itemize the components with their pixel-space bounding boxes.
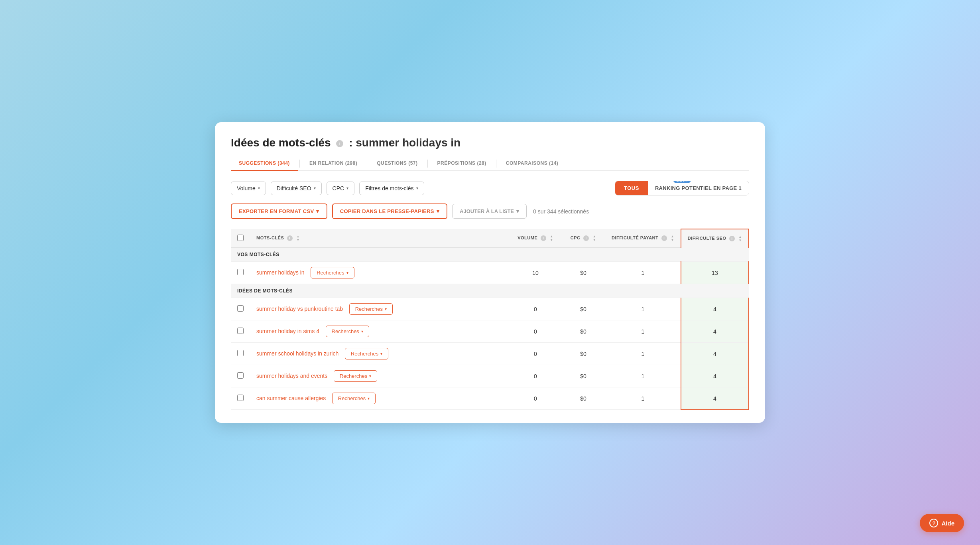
row-checkbox[interactable] (237, 395, 244, 401)
row-diff-seo: 4 (681, 298, 749, 320)
row-checkbox[interactable] (237, 328, 244, 334)
row-checkbox-cell (231, 262, 250, 284)
row-checkbox[interactable] (237, 305, 244, 312)
recherches-button[interactable]: Recherches ▾ (349, 303, 393, 315)
row-diff-seo: 4 (681, 343, 749, 365)
recherches-button[interactable]: Recherches ▾ (334, 370, 377, 382)
keyword-link[interactable]: summer school holidays in zurich (256, 350, 338, 357)
keyword-link[interactable]: summer holiday vs punkroutine tab (256, 306, 343, 312)
th-cpc-sort[interactable]: ▲▼ (593, 235, 596, 242)
title-info-icon[interactable]: i (336, 140, 343, 147)
table-header-row: MOTS-CLÉS i ▲▼ VOLUME i ▲▼ CPC i ▲▼ DIFF… (231, 229, 749, 248)
export-csv-button[interactable]: EXPORTER EN FORMAT CSV ▾ (231, 203, 327, 219)
filter-difficulte-seo-chevron: ▾ (314, 186, 316, 190)
recherches-button[interactable]: Recherches ▾ (345, 348, 388, 359)
row-volume: 0 (510, 320, 561, 343)
th-mots-cles-label: MOTS-CLÉS (256, 235, 284, 240)
th-cpc: CPC i ▲▼ (561, 229, 605, 248)
recherches-button[interactable]: Recherches ▾ (332, 393, 376, 404)
filter-mots-cles-chevron: ▾ (416, 186, 418, 190)
tab-prepositions[interactable]: PRÉPOSITIONS (28) (429, 156, 494, 171)
tous-button[interactable]: TOUS (615, 181, 648, 195)
row-keyword: summer holidays and events Recherches ▾ (250, 365, 510, 387)
recherches-chevron-icon: ▾ (368, 396, 370, 401)
tab-suggestions[interactable]: SUGGESTIONS (344) (231, 156, 298, 171)
th-volume-label: VOLUME (518, 235, 537, 240)
help-button[interactable]: ? Aide (920, 514, 964, 532)
tabs-bar: SUGGESTIONS (344) EN RELATION (298) QUES… (231, 156, 749, 171)
copy-chevron-icon: ▾ (437, 208, 439, 214)
recherches-chevron-icon: ▾ (385, 307, 387, 311)
row-keyword: summer school holidays in zurich Recherc… (250, 343, 510, 365)
filter-cpc-label: CPC (333, 185, 344, 192)
th-difficulte-seo-info-icon[interactable]: i (729, 236, 735, 241)
section-header-1: IDÉES DE MOTS-CLÉS (231, 284, 749, 298)
recherches-chevron-icon: ▾ (380, 351, 382, 356)
th-difficulte-seo-sort[interactable]: ▲▼ (739, 235, 742, 242)
th-mots-cles: MOTS-CLÉS i ▲▼ (250, 229, 510, 248)
add-list-button[interactable]: AJOUTER À LA LISTE ▾ (452, 204, 527, 219)
row-volume: 0 (510, 387, 561, 410)
filters-row: Volume ▾ Difficulté SEO ▾ CPC ▾ Filtres … (231, 181, 749, 195)
selected-count: 0 sur 344 sélectionnés (533, 208, 589, 215)
tab-comparaisons[interactable]: COMPARAISONS (14) (498, 156, 567, 171)
row-checkbox[interactable] (237, 269, 244, 275)
actions-row: EXPORTER EN FORMAT CSV ▾ COPIER DANS LE … (231, 203, 749, 219)
keyword-link[interactable]: can summer cause allergies (256, 395, 326, 401)
th-cpc-info-icon[interactable]: i (583, 235, 589, 241)
row-checkbox-cell (231, 365, 250, 387)
filter-mots-cles[interactable]: Filtres de mots-clés ▾ (359, 182, 424, 195)
th-cpc-label: CPC (571, 235, 581, 240)
table-row: summer holiday vs punkroutine tab Recher… (231, 298, 749, 320)
th-volume-info-icon[interactable]: i (541, 235, 546, 241)
row-volume: 10 (510, 262, 561, 284)
th-checkbox (231, 229, 250, 248)
filter-volume[interactable]: Volume ▾ (231, 182, 266, 195)
keyword-link[interactable]: summer holiday in sims 4 (256, 328, 319, 334)
row-cpc: $0 (561, 320, 605, 343)
export-chevron-icon: ▾ (316, 208, 319, 214)
recherches-button[interactable]: Recherches ▾ (326, 326, 369, 337)
copy-clipboard-label: COPIER DANS LE PRESSE-PAPIERS (340, 208, 434, 214)
row-cpc: $0 (561, 343, 605, 365)
row-checkbox[interactable] (237, 350, 244, 356)
row-keyword: can summer cause allergies Recherches ▾ (250, 387, 510, 410)
th-difficulte-seo: DIFFICULTÉ SEO i ▲▼ (681, 229, 749, 248)
th-mots-cles-sort[interactable]: ▲▼ (296, 235, 299, 242)
section-header-label: IDÉES DE MOTS-CLÉS (231, 284, 749, 298)
recherches-chevron-icon: ▾ (369, 374, 371, 378)
beta-tous-group: BETA TOUS RANKING POTENTIEL EN PAGE 1 (615, 181, 749, 195)
tab-en-relation[interactable]: EN RELATION (298) (301, 156, 365, 171)
section-header-0: VOS MOTS-CLÉS (231, 248, 749, 262)
keyword-link[interactable]: summer holidays in (256, 269, 305, 276)
th-difficulte-payant-sort[interactable]: ▲▼ (671, 235, 674, 242)
th-difficulte-payant: DIFFICULTÉ PAYANT i ▲▼ (605, 229, 681, 248)
row-cpc: $0 (561, 365, 605, 387)
th-difficulte-payant-info-icon[interactable]: i (661, 235, 667, 241)
title-keyword: summer holidays in (356, 136, 460, 149)
filter-difficulte-seo-label: Difficulté SEO (277, 185, 311, 192)
recherches-button[interactable]: Recherches ▾ (311, 267, 354, 278)
th-mots-cles-info-icon[interactable]: i (287, 235, 293, 241)
ranking-button[interactable]: RANKING POTENTIEL EN PAGE 1 (648, 181, 749, 195)
section-header-label: VOS MOTS-CLÉS (231, 248, 749, 262)
tab-questions[interactable]: QUESTIONS (57) (369, 156, 425, 171)
recherches-chevron-icon: ▾ (361, 329, 363, 334)
filter-cpc[interactable]: CPC ▾ (327, 182, 355, 195)
row-diff-seo: 4 (681, 387, 749, 410)
main-card: Idées de mots-clés i : summer holidays i… (215, 122, 765, 423)
th-volume-sort[interactable]: ▲▼ (550, 235, 553, 242)
tab-divider-1 (299, 160, 300, 168)
row-checkbox[interactable] (237, 372, 244, 379)
row-diff-pay: 1 (605, 262, 681, 284)
copy-clipboard-button[interactable]: COPIER DANS LE PRESSE-PAPIERS ▾ (332, 203, 447, 219)
row-checkbox-cell (231, 387, 250, 410)
filter-volume-chevron: ▾ (258, 186, 260, 190)
table-row: summer holidays in Recherches ▾ 10 $0 1 … (231, 262, 749, 284)
filter-difficulte-seo[interactable]: Difficulté SEO ▾ (271, 182, 322, 195)
keyword-link[interactable]: summer holidays and events (256, 373, 327, 379)
select-all-checkbox[interactable] (237, 235, 244, 241)
row-diff-pay: 1 (605, 365, 681, 387)
row-keyword: summer holiday in sims 4 Recherches ▾ (250, 320, 510, 343)
row-keyword: summer holiday vs punkroutine tab Recher… (250, 298, 510, 320)
